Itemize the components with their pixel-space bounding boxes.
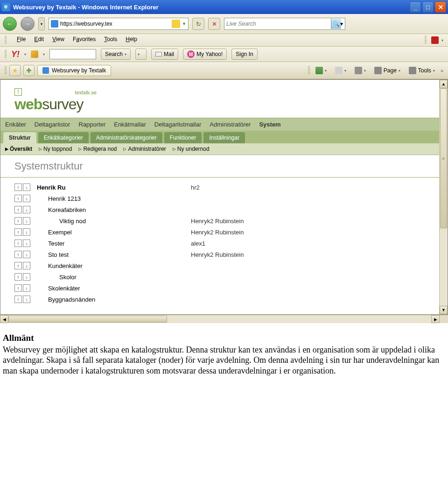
tab-deltagarlistor[interactable]: Deltagarlistor [35, 121, 70, 131]
yahoo-search-input[interactable] [49, 49, 96, 59]
tools-menu-button[interactable]: Tools▾ [406, 65, 438, 76]
move-down-button[interactable]: ↓ [23, 228, 30, 236]
home-button[interactable]: ▾ [313, 65, 329, 76]
node-label[interactable]: Kundenkäter [32, 262, 191, 269]
node-label[interactable]: Tester [32, 240, 191, 247]
yahoo-my-button[interactable]: MMy Yahoo! [183, 49, 227, 60]
favorites-center-button[interactable]: ★ [9, 65, 21, 76]
scroll-left-button[interactable]: ◀ [0, 315, 8, 323]
feeds-button[interactable]: ▾ [332, 65, 349, 76]
browser-tab[interactable]: Websurvey by Textalk [37, 65, 111, 76]
scroll-right-button[interactable]: ▶ [431, 315, 440, 323]
move-up-button[interactable]: ↑ [14, 240, 22, 247]
menu-view[interactable]: View [52, 36, 64, 44]
move-up-button[interactable]: ↑ [14, 273, 22, 281]
vertical-scrollbar[interactable]: ▲ ▼ [439, 80, 448, 314]
move-down-button[interactable]: ↓ [23, 240, 30, 247]
horizontal-scrollbar[interactable]: ◀ ▶ [0, 315, 448, 323]
add-favorite-button[interactable]: ✚ [23, 65, 35, 76]
toolbar-grip[interactable] [5, 66, 7, 75]
subtab-installningar[interactable]: Inställningar [203, 132, 245, 143]
node-label[interactable]: Henrik Ru [32, 184, 191, 191]
subnav-redigera-nod[interactable]: ▷Redigera nod [78, 146, 117, 152]
subtab-struktur[interactable]: Struktur [3, 132, 36, 143]
tab-rapporter[interactable]: Rapporter [78, 121, 105, 131]
menu-favorites[interactable]: Favorites [73, 36, 96, 44]
yahoo-search-button[interactable]: Search▾ [101, 49, 131, 60]
move-up-button[interactable]: ↑ [14, 228, 22, 236]
pdf-dropdown-icon[interactable]: ▾ [441, 38, 443, 42]
tab-enkatmallar[interactable]: Enkätmallar [114, 121, 146, 131]
tab-deltagarlistmallar[interactable]: Deltagarlistmallar [154, 121, 201, 131]
minimize-button[interactable]: _ [410, 1, 421, 13]
menu-tools[interactable]: Tools [104, 36, 117, 44]
url-input[interactable] [60, 21, 144, 27]
menu-help[interactable]: Help [126, 36, 137, 44]
refresh-button[interactable]: ↻ [192, 18, 204, 30]
nav-history-dropdown[interactable]: ▾ [38, 17, 45, 30]
toolbar-grip[interactable] [5, 50, 7, 58]
back-button[interactable]: ← [3, 17, 17, 31]
search-input[interactable] [226, 21, 329, 27]
node-label[interactable]: Exempel [32, 229, 191, 236]
scroll-thumb[interactable] [440, 88, 447, 228]
subtab-funktioner[interactable]: Funktioner [164, 132, 202, 143]
toolbar-grip-right[interactable] [425, 36, 427, 44]
pdf-icon[interactable] [431, 36, 439, 44]
subnav-administratorer[interactable]: ▷Administratörer [123, 146, 166, 152]
subnav-oversikt[interactable]: ▶Översikt [5, 146, 32, 152]
tab-system[interactable]: System [259, 121, 280, 131]
toolbar-overflow-icon[interactable]: » [441, 68, 443, 73]
search-button[interactable]: 🔍 [331, 19, 341, 29]
node-label[interactable]: Sto test [32, 251, 191, 258]
move-up-button[interactable]: ↑ [14, 195, 22, 202]
move-up-button[interactable]: ↑ [14, 217, 22, 225]
move-down-button[interactable]: ↓ [23, 195, 30, 202]
move-up-button[interactable]: ↑ [14, 251, 22, 258]
forward-button[interactable]: → [21, 17, 35, 31]
move-up-button[interactable]: ↑ [14, 206, 22, 213]
pencil-icon[interactable] [31, 50, 38, 58]
yahoo-dropdown-icon[interactable]: ▾ [24, 52, 26, 56]
scroll-track[interactable] [440, 88, 448, 306]
toolbar-grip[interactable] [5, 36, 7, 44]
maximize-button[interactable]: □ [422, 1, 434, 13]
move-down-button[interactable]: ↓ [23, 273, 30, 281]
toolbar-grip[interactable] [308, 66, 310, 75]
subtab-administratorskategorier[interactable]: Administratörskategorier [91, 132, 162, 143]
node-label[interactable]: Koreafabriken [32, 206, 191, 213]
node-label[interactable]: Henrik 1213 [32, 195, 191, 202]
scroll-track[interactable] [8, 315, 431, 323]
node-label[interactable]: Viktig nod [32, 218, 191, 225]
yahoo-extra-button[interactable]: ▾ [135, 49, 147, 60]
move-up-button[interactable]: ↑ [14, 296, 22, 303]
yahoo-signin-button[interactable]: Sign In [231, 49, 257, 60]
node-label[interactable]: Skolenkäter [32, 285, 191, 292]
move-up-button[interactable]: ↑ [14, 284, 22, 292]
node-label[interactable]: Skolor [32, 274, 191, 281]
scroll-down-button[interactable]: ▼ [440, 306, 448, 314]
scroll-up-button[interactable]: ▲ [440, 80, 448, 88]
subtab-enkatkategorier[interactable]: Enkätkategorier [38, 132, 89, 143]
move-down-button[interactable]: ↓ [23, 206, 30, 213]
pencil-dropdown-icon[interactable]: ▾ [43, 52, 45, 56]
node-label[interactable]: Byggnadsnänden [32, 296, 191, 303]
search-bar[interactable]: 🔍 ▾ [224, 18, 345, 30]
move-up-button[interactable]: ↑ [14, 262, 22, 269]
scroll-thumb[interactable] [8, 316, 167, 323]
move-down-button[interactable]: ↓ [23, 217, 30, 225]
move-up-button[interactable]: ↑ [14, 183, 22, 191]
tab-enkater[interactable]: Enkäter [5, 121, 26, 131]
subnav-ny-undernod[interactable]: ▷Ny undernod [173, 146, 210, 152]
move-down-button[interactable]: ↓ [23, 183, 30, 191]
search-dropdown-icon[interactable]: ▾ [340, 21, 343, 27]
stop-button[interactable]: ✕ [208, 18, 220, 30]
move-down-button[interactable]: ↓ [23, 251, 30, 258]
page-menu-button[interactable]: Page▾ [371, 65, 403, 76]
move-down-button[interactable]: ↓ [23, 262, 30, 269]
print-button[interactable]: ▾ [352, 65, 369, 76]
address-dropdown-icon[interactable]: ▼ [182, 21, 186, 26]
close-button[interactable]: ✕ [435, 1, 446, 13]
subnav-ny-toppnod[interactable]: ▷Ny toppnod [39, 146, 72, 152]
address-bar[interactable]: ▼ [49, 18, 189, 30]
